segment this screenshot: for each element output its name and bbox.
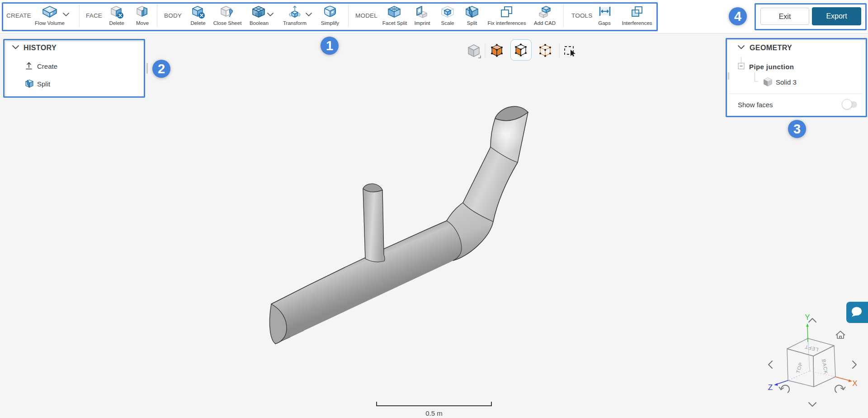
svg-text:BACK: BACK (821, 359, 829, 375)
svg-text:0.5 m: 0.5 m (425, 409, 443, 417)
svg-text:LEFT: LEFT (804, 344, 819, 353)
svg-text:X: X (852, 379, 857, 388)
svg-text:Y: Y (805, 313, 810, 322)
svg-text:Z: Z (768, 383, 773, 392)
svg-text:TOP: TOP (795, 361, 804, 374)
